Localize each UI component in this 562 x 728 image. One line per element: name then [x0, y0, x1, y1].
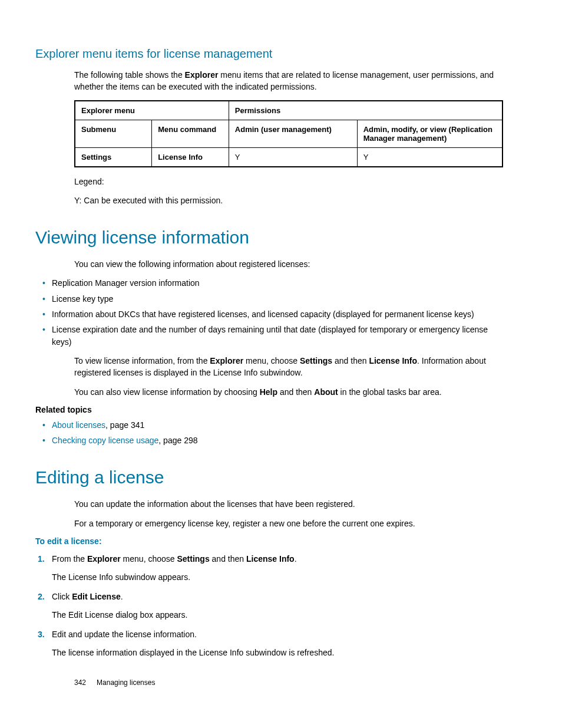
page-footer: 342Managing licenses [74, 678, 155, 687]
section-heading-explorer-menu: Explorer menu items for license manageme… [35, 47, 503, 61]
legend-text: Y: Can be executed with this permission. [74, 195, 503, 206]
text: Click [52, 592, 72, 601]
step-2-result: The Edit License dialog box appears. [52, 609, 503, 621]
td-menu-command: License Info [152, 147, 229, 167]
step-3-result: The license information displayed in the… [52, 647, 503, 659]
step-1-result: The License Info subwindow appears. [52, 571, 503, 584]
section3-intro1: You can update the information about the… [74, 498, 503, 510]
th-admin-modify-view: Admin, modify, or view (Replication Mana… [357, 120, 503, 147]
td-submenu: Settings [75, 147, 152, 167]
section1-intro: The following table shows the Explorer m… [74, 69, 503, 93]
list-item: Information about DKCs that have registe… [52, 308, 503, 320]
text: menu, choose [121, 554, 177, 564]
link-about-licenses[interactable]: About licenses [52, 420, 105, 430]
text-bold: License Info [369, 356, 417, 365]
related-topics-heading: Related topics [35, 405, 503, 414]
procedure-heading: To edit a license: [35, 536, 503, 546]
text: , page 341 [105, 420, 144, 430]
step-3: Edit and update the license information.… [52, 628, 503, 659]
table-row: Settings License Info Y Y [75, 147, 503, 167]
table-subheader-row: Submenu Menu command Admin (user managem… [75, 120, 503, 147]
page-number: 342 [74, 678, 86, 687]
text: . [121, 592, 123, 601]
th-admin: Admin (user management) [229, 120, 357, 147]
section-heading-viewing-license: Viewing license information [35, 228, 503, 248]
text: menu, choose [243, 356, 300, 365]
th-permissions: Permissions [229, 101, 503, 120]
td-amv: Y [357, 147, 503, 167]
section-heading-editing-license: Editing a license [35, 467, 503, 487]
list-item: Replication Manager version information [52, 277, 503, 289]
step-2: Click Edit License. The Edit License dia… [52, 591, 503, 621]
text: , page 298 [158, 436, 197, 445]
text-bold: Explorer [185, 70, 219, 80]
list-item: License key type [52, 293, 503, 305]
step-1: From the Explorer menu, choose Settings … [52, 553, 503, 584]
related-topics-list: About licenses, page 341 Checking copy l… [35, 419, 503, 447]
text: The following table shows the [74, 70, 185, 80]
text-bold: Help [260, 387, 277, 397]
td-admin: Y [229, 147, 357, 167]
link-checking-copy-license-usage[interactable]: Checking copy license usage [52, 436, 158, 445]
text-bold: Settings [177, 554, 209, 564]
permissions-table-wrap: Explorer menu Permissions Submenu Menu c… [74, 100, 503, 167]
text-bold: License Info [246, 554, 295, 564]
permissions-table: Explorer menu Permissions Submenu Menu c… [74, 100, 503, 167]
text: and then [277, 387, 314, 397]
text-bold: About [314, 387, 338, 397]
th-menu-command: Menu command [152, 120, 229, 147]
text: in the global tasks bar area. [338, 387, 442, 397]
page: Explorer menu items for license manageme… [0, 0, 562, 728]
text-bold: Explorer [87, 554, 121, 564]
text: You can also view license information by… [74, 387, 260, 397]
table-header-row: Explorer menu Permissions [75, 101, 503, 120]
section3-intro2: For a temporary or emergency license key… [74, 518, 503, 529]
text-bold: Settings [300, 356, 332, 365]
text: Edit and update the license information. [52, 630, 197, 639]
th-submenu: Submenu [75, 120, 152, 147]
section2-p2: You can also view license information by… [74, 386, 503, 398]
text-bold: Edit License [72, 592, 120, 601]
list-item: License expiration date and the number o… [52, 324, 503, 348]
text: and then [210, 554, 246, 564]
section2-intro: You can view the following information a… [74, 258, 503, 270]
text: From the [52, 554, 87, 564]
legend-label: Legend: [74, 176, 503, 187]
section2-p1: To view license information, from the Ex… [74, 355, 503, 379]
text-bold: Explorer [210, 356, 243, 365]
th-explorer-menu: Explorer menu [75, 101, 229, 120]
list-item: Checking copy license usage, page 298 [52, 434, 503, 446]
text: and then [332, 356, 369, 365]
text: To view license information, from the [74, 356, 210, 365]
edit-license-steps: From the Explorer menu, choose Settings … [35, 553, 503, 659]
list-item: About licenses, page 341 [52, 419, 503, 431]
footer-title: Managing licenses [97, 678, 155, 687]
viewing-bullets: Replication Manager version information … [35, 277, 503, 347]
text: . [295, 554, 297, 564]
